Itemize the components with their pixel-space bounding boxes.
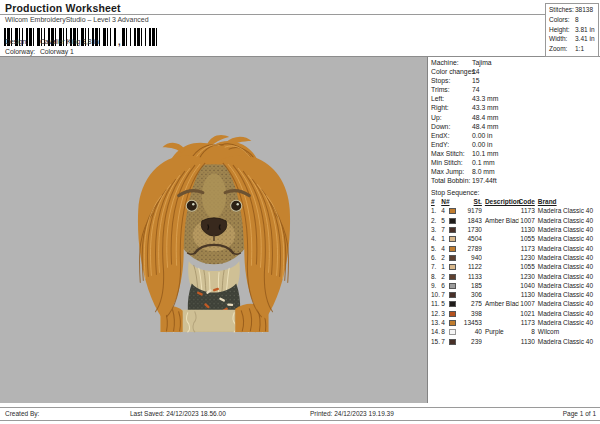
thread-color-chip bbox=[449, 320, 456, 326]
design-canvas bbox=[0, 57, 428, 403]
barcode-separator: , bbox=[118, 38, 121, 46]
colorway-row: Colorway: Colorway 1 bbox=[5, 48, 74, 55]
machine-info-row: EndY:0.00 in bbox=[431, 141, 600, 150]
stop-cell: Madeira Classic 40 bbox=[535, 253, 600, 262]
stop-cell: Madeira Classic 40 bbox=[535, 290, 600, 299]
machine-info-label: Max Stitch: bbox=[431, 150, 472, 157]
stop-cell: 3 bbox=[441, 309, 449, 318]
stop-cell: 2 bbox=[441, 253, 449, 262]
stop-cell: 1843 bbox=[462, 216, 482, 225]
stop-cell: Madeira Classic 40 bbox=[535, 318, 600, 327]
stop-cell: Madeira Classic 40 bbox=[535, 336, 600, 345]
machine-info-panel: Machine:TajimaColor changes:14Stops:15Tr… bbox=[428, 57, 600, 346]
thread-color-cell bbox=[449, 206, 461, 215]
stop-cell: Madeira Classic 40 bbox=[535, 299, 600, 308]
stop-cell: 398 bbox=[462, 309, 482, 318]
stop-cell: 5 bbox=[441, 299, 449, 308]
machine-info-label: Max Jump: bbox=[431, 168, 472, 175]
stop-sequence-row: 4.145041055Madeira Classic 40 bbox=[428, 234, 600, 243]
stop-sequence-row: 3.717301130Madeira Classic 40 bbox=[428, 225, 600, 234]
stat-value: 3.41 in bbox=[575, 35, 595, 42]
stop-cell: 1 bbox=[441, 234, 449, 243]
thread-color-chip bbox=[449, 246, 456, 252]
machine-info-row: Up:48.4 mm bbox=[431, 114, 600, 123]
stop-col-header bbox=[449, 197, 461, 206]
stop-sequence-title: Stop Sequence: bbox=[431, 189, 600, 196]
thread-color-chip bbox=[449, 208, 456, 214]
machine-info-label: Color changes: bbox=[431, 68, 472, 75]
stop-cell: 1007 bbox=[519, 299, 535, 308]
stop-cell: 7 bbox=[441, 290, 449, 299]
machine-info-row: EndX:0.00 in bbox=[431, 132, 600, 141]
stop-cell bbox=[482, 206, 519, 215]
stop-cell: 6. bbox=[428, 253, 441, 262]
stop-cell bbox=[482, 318, 519, 327]
stop-sequence-row: 8.211331230Madeira Classic 40 bbox=[428, 271, 600, 280]
stop-cell: 13453 bbox=[462, 318, 482, 327]
thread-color-chip bbox=[449, 274, 456, 280]
stat-label: Height: bbox=[549, 26, 575, 33]
stop-col-header: St. bbox=[462, 197, 482, 206]
machine-info-value: 0.00 in bbox=[472, 132, 492, 139]
stop-cell: 7. bbox=[428, 262, 441, 271]
stop-cell bbox=[482, 271, 519, 280]
stop-cell: 15. bbox=[428, 336, 441, 345]
stop-cell: Madeira Classic 40 bbox=[535, 234, 600, 243]
thread-color-chip bbox=[449, 264, 456, 270]
stop-cell: 1230 bbox=[519, 253, 535, 262]
stop-cell: Madeira Classic 40 bbox=[535, 271, 600, 280]
machine-info-value: 43.3 mm bbox=[472, 104, 498, 111]
stop-cell bbox=[482, 262, 519, 271]
thread-color-cell bbox=[449, 244, 461, 253]
page-number: Page 1 of 1 bbox=[563, 410, 596, 417]
stop-cell: 239 bbox=[462, 336, 482, 345]
stop-sequence-row: 6.29401230Madeira Classic 40 bbox=[428, 253, 600, 262]
stop-cell bbox=[482, 281, 519, 290]
stop-cell: 11. bbox=[428, 299, 441, 308]
thread-color-chip bbox=[449, 283, 456, 289]
stop-cell: 8. bbox=[428, 271, 441, 280]
stop-cell: 1040 bbox=[519, 281, 535, 290]
stop-cell: 1133 bbox=[462, 271, 482, 280]
stop-cell: 940 bbox=[462, 253, 482, 262]
machine-info-label: Machine: bbox=[431, 59, 472, 66]
stop-cell: 8 bbox=[441, 327, 449, 336]
stop-cell bbox=[482, 290, 519, 299]
stat-value: 38138 bbox=[575, 6, 593, 13]
thread-color-cell bbox=[449, 271, 461, 280]
design-value: Cavalier King 3,8 in bbox=[40, 38, 99, 45]
page-title: Production Worksheet bbox=[5, 2, 121, 14]
stop-col-header: Brand bbox=[535, 197, 600, 206]
machine-info-value: 10.1 mm bbox=[472, 150, 498, 157]
stop-sequence-row: 14.840Purple8Wilcom bbox=[428, 327, 600, 336]
machine-info-value: 48.4 mm bbox=[472, 123, 498, 130]
title-divider bbox=[0, 14, 546, 15]
stop-cell: 8 bbox=[519, 327, 535, 336]
stop-col-header: # bbox=[428, 197, 441, 206]
stop-cell bbox=[482, 336, 519, 345]
thread-color-cell bbox=[449, 234, 461, 243]
stop-cell: 7 bbox=[441, 336, 449, 345]
thread-color-cell bbox=[449, 299, 461, 308]
machine-info-label: EndX: bbox=[431, 132, 472, 139]
stop-cell: 13. bbox=[428, 318, 441, 327]
machine-info-row: Max Jump:8.0 mm bbox=[431, 168, 600, 177]
stop-cell: 1122 bbox=[462, 262, 482, 271]
machine-info-row: Machine:Tajima bbox=[431, 59, 600, 68]
stop-cell: 1. bbox=[428, 206, 441, 215]
stop-cell: 306 bbox=[462, 290, 482, 299]
machine-info-row: Max Stitch:10.1 mm bbox=[431, 150, 600, 159]
stop-cell: Amber Black bbox=[482, 299, 519, 308]
stop-col-header: Code bbox=[519, 197, 535, 206]
stop-cell: 7 bbox=[441, 225, 449, 234]
stop-cell: 1055 bbox=[519, 234, 535, 243]
stat-value: 1:1 bbox=[575, 45, 584, 52]
stop-sequence-row: 13.4134531173Madeira Classic 40 bbox=[428, 318, 600, 327]
thread-color-chip bbox=[449, 236, 456, 242]
thread-color-cell bbox=[449, 262, 461, 271]
machine-info-value: 197.44ft bbox=[472, 177, 497, 184]
last-saved-text: Last Saved: 24/12/2023 18.56.00 bbox=[130, 410, 226, 417]
machine-info-row: Trims:74 bbox=[431, 86, 600, 95]
machine-info-list: Machine:TajimaColor changes:14Stops:15Tr… bbox=[428, 57, 600, 186]
stat-value: 3.81 in bbox=[575, 26, 595, 33]
